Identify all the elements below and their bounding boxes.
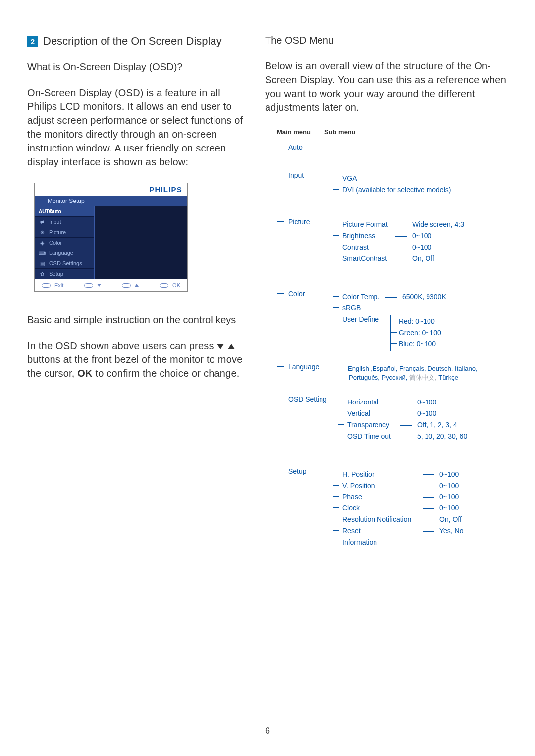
osd-tree: Auto Input VGA DVI (available for select… (277, 143, 508, 548)
tree-osdsetting: OSD Setting Horizontal0~100 Vertical0~10… (277, 395, 508, 442)
down-button-icon (84, 283, 93, 288)
osd-menu-heading: The OSD Menu (265, 35, 508, 46)
exit-button-icon (42, 283, 51, 288)
header-main: Main menu (277, 128, 311, 136)
tree-input: Input VGA DVI (available for selective m… (277, 171, 508, 196)
tree-hpos: H. Position0~100 (333, 469, 508, 480)
tree-input-dvi: DVI (available for selective models) (333, 184, 508, 196)
basic-heading: Basic and simple instruction on the cont… (27, 314, 245, 326)
tree-input-vga: VGA (333, 173, 508, 184)
tree-picture: Picture Picture FormatWide screen, 4:3 B… (277, 217, 508, 264)
osd-brand: PHILIPS (35, 183, 187, 196)
tree-osd-h: Horizontal0~100 (338, 397, 508, 408)
osd-item-osdsettings[interactable]: ▤OSD Settings (35, 258, 94, 269)
ok-button-icon (160, 283, 168, 288)
tree-vpos: V. Position0~100 (333, 480, 508, 492)
color-icon: ◉ (39, 240, 46, 246)
tree-info: Information (333, 537, 508, 548)
osd-item-picture[interactable]: ☀Picture (35, 227, 94, 238)
tree-red: Red: 0~100 (391, 316, 441, 327)
up-arrow-icon[interactable] (135, 284, 139, 287)
osd-menu: AUTOAuto ⇄Input ☀Picture ◉Color ⌨Languag… (35, 206, 94, 279)
section-number-badge: 2 (27, 36, 38, 47)
tree-srgb: sRGB (333, 302, 508, 314)
tree-osd-trans: TransparencyOff, 1, 2, 3, 4 (338, 419, 508, 431)
down-arrow-icon[interactable] (97, 284, 101, 287)
tree-reset: ResetYes, No (333, 525, 508, 537)
setup-icon: ✿ (39, 271, 46, 277)
tree-phase: Phase0~100 (333, 491, 508, 503)
what-is-osd-heading: What is On-Screen Display (OSD)? (27, 61, 245, 73)
up-button-icon (122, 283, 131, 288)
section-title-text: Description of the On Screen Display (43, 35, 222, 48)
osd-window-title: Monitor Setup (35, 196, 187, 206)
input-icon: ⇄ (39, 219, 46, 225)
tree-language: Language English ,Español, Français, Deu… (277, 362, 508, 382)
tree-osd-timeout: OSD Time out5, 10, 20, 30, 60 (338, 431, 508, 442)
tree-green: Green: 0~100 (391, 327, 441, 339)
down-triangle-icon (217, 344, 224, 349)
osd-menu-para: Below is an overall view of the structur… (265, 59, 508, 114)
osd-preview-pane (94, 206, 187, 279)
tree-osd-v: Vertical0~100 (338, 408, 508, 419)
osd-item-auto[interactable]: AUTOAuto (35, 206, 94, 217)
tree-smartcontrast: SmartContrastOn, Off (333, 253, 508, 264)
tree-color: Color Color Temp.6500K, 9300K sRGB User … (277, 289, 508, 352)
exit-label[interactable]: Exit (54, 282, 63, 288)
language-icon: ⌨ (39, 251, 46, 256)
auto-icon: AUTO (39, 209, 46, 214)
osd-item-language[interactable]: ⌨Language (35, 248, 94, 258)
tree-headers: Main menu Sub menu (277, 128, 508, 136)
header-sub: Sub menu (324, 128, 356, 136)
osdsettings-icon: ▤ (39, 261, 46, 266)
page-number: 6 (0, 726, 535, 736)
osd-description-para: On-Screen Display (OSD) is a feature in … (27, 86, 245, 169)
picture-icon: ☀ (39, 230, 46, 235)
tree-setup: Setup H. Position0~100 V. Position0~100 … (277, 467, 508, 548)
osd-item-input[interactable]: ⇄Input (35, 217, 94, 227)
osd-item-color[interactable]: ◉Color (35, 238, 94, 248)
tree-picfmt: Picture FormatWide screen, 4:3 (333, 219, 508, 230)
tree-brightness: Brightness0~100 (333, 230, 508, 242)
tree-colortemp: Color Temp.6500K, 9300K (333, 291, 508, 302)
osd-mockup: PHILIPS Monitor Setup AUTOAuto ⇄Input ☀P… (34, 183, 188, 292)
up-triangle-icon (228, 344, 235, 349)
tree-clock: Clock0~100 (333, 503, 508, 514)
osd-item-setup[interactable]: ✿Setup (35, 269, 94, 279)
tree-userdef: User Define Red: 0~100 Green: 0~100 Blue… (333, 314, 508, 352)
tree-contrast: Contrast0~100 (333, 242, 508, 253)
basic-para: In the OSD shown above users can press b… (27, 339, 245, 380)
ok-label[interactable]: OK (172, 282, 180, 288)
tree-blue: Blue: 0~100 (391, 338, 441, 350)
tree-resnotif: Resolution NotificationOn, Off (333, 514, 508, 525)
tree-auto: Auto (277, 143, 508, 152)
osd-footer: Exit OK (35, 279, 187, 291)
section-heading: 2 Description of the On Screen Display (27, 35, 245, 48)
